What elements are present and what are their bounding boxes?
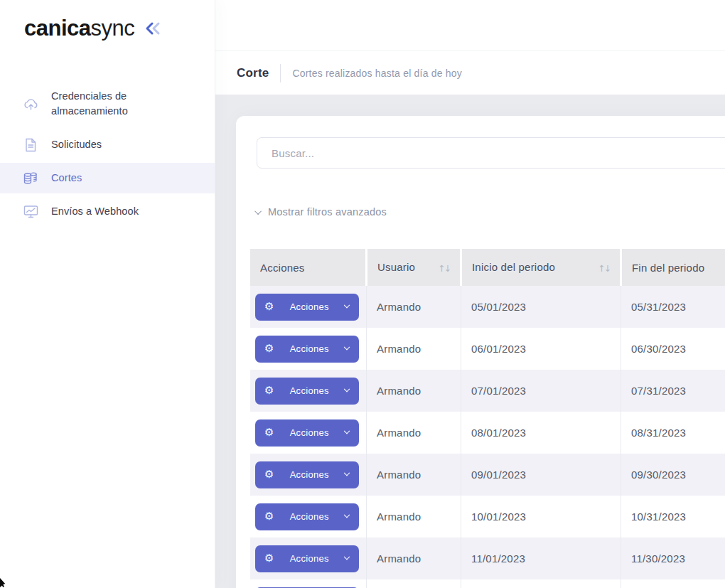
table-row: ⚙ Acciones Armando 10/01/2023 10/31/2023 <box>250 496 725 538</box>
sidebar: canicasync Credenciales de almacenamient… <box>0 0 215 588</box>
sidebar-collapse-button[interactable] <box>144 21 163 36</box>
row-actions-button[interactable]: ⚙ Acciones <box>255 294 359 321</box>
topbar <box>215 0 725 51</box>
gear-icon: ⚙ <box>264 469 274 480</box>
logo-text-bold: canica <box>24 16 91 41</box>
chevron-down-icon <box>344 511 350 517</box>
chevron-down-icon <box>344 301 350 307</box>
sidebar-item-solicitudes[interactable]: Solicitudes <box>0 129 215 160</box>
sidebar-item-label: Envíos a Webhook <box>51 204 139 219</box>
row-actions-button[interactable]: ⚙ Acciones <box>255 503 359 530</box>
cortes-table: Acciones Usuario ↑↓ Inicio del periodo ↑… <box>250 249 725 588</box>
cell-usuario: Armando <box>367 412 461 454</box>
logo-text-light: sync <box>91 16 135 41</box>
row-actions-button[interactable]: ⚙ Acciones <box>255 336 359 363</box>
cell-acciones: ⚙ Acciones <box>250 579 367 588</box>
table-row: ⚙ Acciones Armando 11/01/2023 11/30/2023 <box>250 538 725 579</box>
gear-icon: ⚙ <box>264 343 274 354</box>
table-row: ⚙ Acciones <box>250 579 725 588</box>
cell-usuario: Armando <box>367 454 461 496</box>
cell-inicio: 09/01/2023 <box>461 454 621 496</box>
cell-usuario: Armando <box>367 538 461 579</box>
table-row: ⚙ Acciones Armando 09/01/2023 09/30/2023 <box>250 454 725 496</box>
cell-usuario <box>367 579 461 588</box>
gear-icon: ⚙ <box>264 427 274 438</box>
cell-acciones: ⚙ Acciones <box>250 412 367 454</box>
cell-acciones: ⚙ Acciones <box>250 370 367 412</box>
sidebar-item-cortes[interactable]: Cortes <box>0 163 215 193</box>
chevron-down-icon <box>344 469 350 475</box>
sort-icon[interactable]: ↑↓ <box>598 263 610 274</box>
double-chevron-left-icon <box>144 21 163 36</box>
app-logo[interactable]: canicasync <box>24 16 134 41</box>
cell-fin: 06/30/2023 <box>621 328 725 370</box>
cell-fin: 10/31/2023 <box>621 496 725 538</box>
cloud-upload-icon <box>23 97 38 111</box>
sidebar-item-label: Solicitudes <box>51 137 102 152</box>
actions-button-label: Acciones <box>290 343 329 354</box>
table-row: ⚙ Acciones Armando 08/01/2023 08/31/2023 <box>250 412 725 454</box>
cell-acciones: ⚙ Acciones <box>250 286 367 328</box>
sidebar-item-label: Credenciales de almacenamiento <box>51 89 200 119</box>
main-area: Corte Cortes realizados hasta el día de … <box>215 0 725 588</box>
column-header-inicio-periodo[interactable]: Inicio del periodo ↑↓ <box>461 249 621 286</box>
actions-button-label: Acciones <box>290 301 329 312</box>
actions-button-label: Acciones <box>290 427 329 438</box>
gear-icon: ⚙ <box>264 553 274 564</box>
page-title: Corte <box>237 66 269 80</box>
cell-fin <box>621 579 725 588</box>
row-actions-button[interactable]: ⚙ Acciones <box>255 545 359 572</box>
chevron-down-icon <box>344 427 350 433</box>
column-header-usuario[interactable]: Usuario ↑↓ <box>367 249 461 286</box>
cell-inicio: 08/01/2023 <box>461 412 621 454</box>
actions-button-label: Acciones <box>290 553 329 564</box>
cell-usuario: Armando <box>367 496 461 538</box>
advanced-filters-label: Mostrar filtros avanzados <box>268 206 387 218</box>
row-actions-button[interactable]: ⚙ Acciones <box>255 419 359 447</box>
table-row: ⚙ Acciones Armando 05/01/2023 05/31/2023 <box>250 286 725 328</box>
content-card: Mostrar filtros avanzados Acciones Usuar… <box>236 116 725 588</box>
coins-icon <box>23 171 38 186</box>
actions-button-label: Acciones <box>290 469 329 480</box>
cell-fin: 05/31/2023 <box>621 286 725 328</box>
gear-icon: ⚙ <box>264 301 274 312</box>
row-actions-button[interactable]: ⚙ Acciones <box>255 461 359 488</box>
sort-icon[interactable]: ↑↓ <box>438 263 450 274</box>
monitor-chart-icon <box>23 205 38 218</box>
table-header-row: Acciones Usuario ↑↓ Inicio del periodo ↑… <box>250 249 725 286</box>
column-header-acciones: Acciones <box>250 249 367 286</box>
actions-button-label: Acciones <box>290 511 329 522</box>
cell-usuario: Armando <box>367 328 461 370</box>
table-row: ⚙ Acciones Armando 06/01/2023 06/30/2023 <box>250 328 725 370</box>
table-body: ⚙ Acciones Armando 05/01/2023 05/31/2023… <box>250 286 725 588</box>
breadcrumb: Corte Cortes realizados hasta el día de … <box>215 51 725 95</box>
cell-inicio: 11/01/2023 <box>461 538 621 579</box>
sidebar-menu: Credenciales de almacenamiento Solicitud… <box>0 81 215 230</box>
cell-acciones: ⚙ Acciones <box>250 328 367 370</box>
page-subtitle: Cortes realizados hasta el día de hoy <box>292 68 462 79</box>
cell-inicio: 06/01/2023 <box>461 328 621 370</box>
document-icon <box>23 138 38 152</box>
search-input[interactable] <box>257 137 725 169</box>
advanced-filters-toggle[interactable]: Mostrar filtros avanzados <box>257 206 387 218</box>
cell-acciones: ⚙ Acciones <box>250 496 367 538</box>
cell-acciones: ⚙ Acciones <box>250 454 367 496</box>
cell-inicio: 07/01/2023 <box>461 370 621 412</box>
chevron-down-icon <box>344 553 350 559</box>
sidebar-item-label: Cortes <box>51 171 82 186</box>
cell-inicio: 05/01/2023 <box>461 286 621 328</box>
cell-usuario: Armando <box>367 370 461 412</box>
cell-fin: 11/30/2023 <box>621 538 725 579</box>
gear-icon: ⚙ <box>264 385 274 396</box>
sidebar-item-credenciales[interactable]: Credenciales de almacenamiento <box>0 81 215 127</box>
cell-fin: 08/31/2023 <box>621 412 725 454</box>
cell-fin: 07/31/2023 <box>621 370 725 412</box>
cell-usuario: Armando <box>367 286 461 328</box>
gear-icon: ⚙ <box>264 511 274 522</box>
sidebar-item-envios-webhook[interactable]: Envíos a Webhook <box>0 196 215 227</box>
cell-acciones: ⚙ Acciones <box>250 538 367 579</box>
cell-inicio: 10/01/2023 <box>461 496 621 538</box>
cell-inicio <box>461 579 621 588</box>
row-actions-button[interactable]: ⚙ Acciones <box>255 378 359 405</box>
cell-fin: 09/30/2023 <box>621 454 725 496</box>
